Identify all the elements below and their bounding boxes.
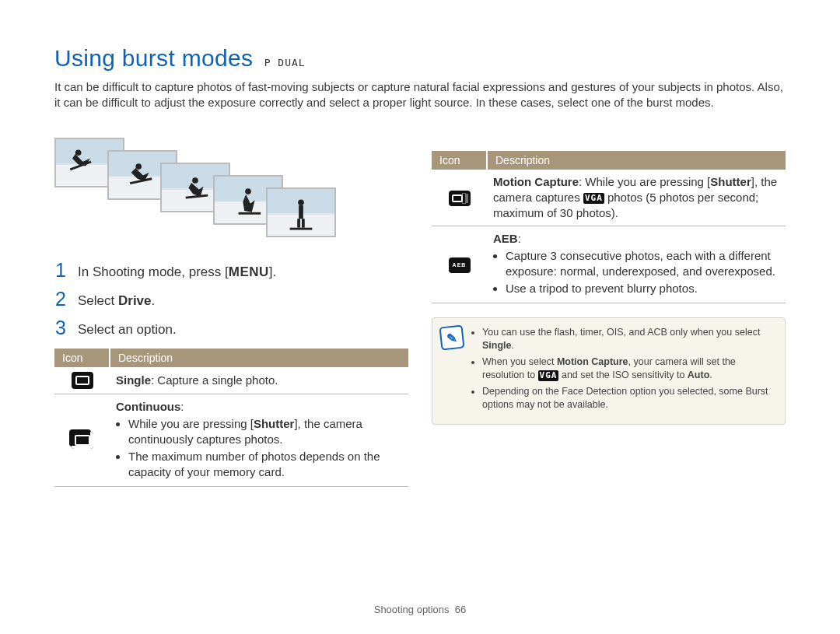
th-icon: Icon [54, 349, 110, 367]
continuous-desc: Continuous: While you are pressing [Shut… [110, 394, 408, 487]
svg-rect-11 [302, 219, 305, 227]
th-desc-r: Description [487, 151, 786, 170]
svg-rect-7 [239, 212, 261, 215]
svg-point-0 [75, 149, 82, 156]
svg-rect-12 [290, 228, 313, 230]
thumb-5 [266, 187, 336, 237]
note-item-1: You can use the flash, timer, OIS, and A… [482, 326, 775, 352]
step-2-text: Select Drive. [78, 289, 408, 310]
vga-badge-2: VGA [538, 370, 559, 381]
motion-capture-icon [449, 191, 471, 206]
note-box: ✎ You can use the flash, timer, OIS, and… [432, 317, 786, 425]
th-icon-r: Icon [432, 151, 487, 170]
note-item-2: When you select Motion Capture, your cam… [482, 356, 775, 382]
note-item-3: Depending on the Face Detection option y… [482, 385, 775, 412]
single-desc: Single: Capture a single photo. [110, 367, 408, 394]
intro-paragraph: It can be difficult to capture photos of… [54, 79, 786, 110]
step-1-text: In Shooting mode, press [MENU]. [78, 261, 408, 282]
burst-thumbnails [54, 138, 408, 239]
step-number-1: 1 [54, 261, 67, 282]
svg-rect-10 [297, 219, 300, 227]
aeb-icon [449, 257, 471, 273]
motion-desc: Motion Capture: While you are pressing [… [487, 170, 786, 226]
options-table-left: Icon Description Single: Capture a singl… [54, 349, 408, 487]
mode-indicator: P DUAL [264, 57, 306, 68]
svg-point-8 [298, 199, 304, 205]
svg-point-4 [192, 177, 198, 184]
svg-point-2 [135, 163, 142, 170]
page-footer: Shooting options 66 [0, 604, 840, 615]
page-title: Using burst modes [54, 45, 253, 72]
single-icon [72, 372, 93, 389]
step-number-2: 2 [54, 289, 67, 310]
vga-badge: VGA [583, 193, 604, 204]
aeb-desc: AEB: Capture 3 consecutive photos, each … [487, 226, 786, 303]
th-desc: Description [110, 349, 408, 367]
svg-rect-9 [299, 205, 303, 219]
step-3-text: Select an option. [78, 318, 408, 339]
steps-list: 1 In Shooting mode, press [MENU]. 2 Sele… [54, 261, 408, 339]
options-table-right: Icon Description Motion Capture: While y… [432, 151, 786, 303]
note-icon: ✎ [439, 325, 465, 351]
svg-point-6 [245, 188, 251, 194]
continuous-icon [72, 432, 93, 449]
step-number-3: 3 [54, 318, 67, 339]
